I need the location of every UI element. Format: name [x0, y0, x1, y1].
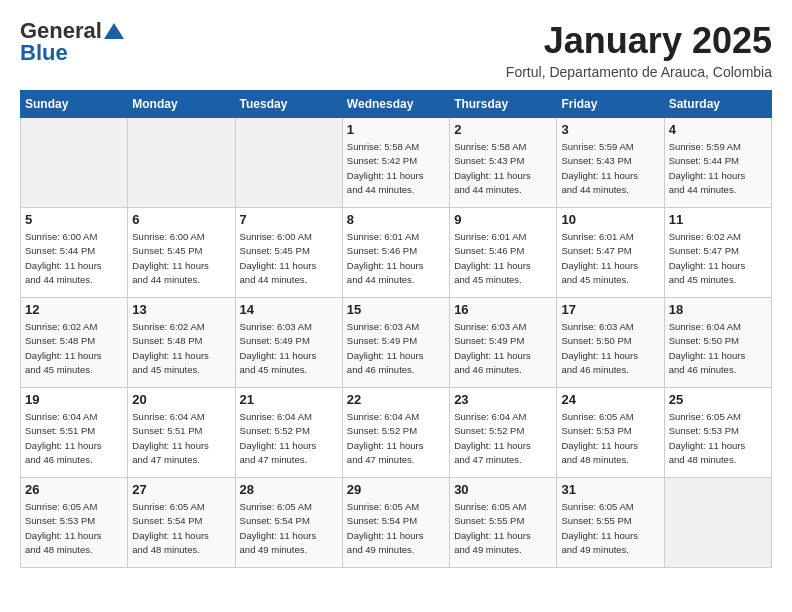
day-number: 1	[347, 122, 445, 137]
day-info: Sunrise: 6:04 AMSunset: 5:52 PMDaylight:…	[454, 410, 552, 467]
calendar-cell: 11Sunrise: 6:02 AMSunset: 5:47 PMDayligh…	[664, 208, 771, 298]
calendar-cell: 6Sunrise: 6:00 AMSunset: 5:45 PMDaylight…	[128, 208, 235, 298]
day-number: 26	[25, 482, 123, 497]
day-info: Sunrise: 6:02 AMSunset: 5:48 PMDaylight:…	[132, 320, 230, 377]
header: General Blue January 2025 Fortul, Depart…	[20, 20, 772, 80]
day-info: Sunrise: 6:04 AMSunset: 5:52 PMDaylight:…	[240, 410, 338, 467]
day-number: 23	[454, 392, 552, 407]
calendar-cell	[128, 118, 235, 208]
week-row-1: 1Sunrise: 5:58 AMSunset: 5:42 PMDaylight…	[21, 118, 772, 208]
week-row-3: 12Sunrise: 6:02 AMSunset: 5:48 PMDayligh…	[21, 298, 772, 388]
day-number: 30	[454, 482, 552, 497]
calendar-cell: 8Sunrise: 6:01 AMSunset: 5:46 PMDaylight…	[342, 208, 449, 298]
day-info: Sunrise: 6:00 AMSunset: 5:44 PMDaylight:…	[25, 230, 123, 287]
week-row-2: 5Sunrise: 6:00 AMSunset: 5:44 PMDaylight…	[21, 208, 772, 298]
logo-blue-text: Blue	[20, 42, 68, 64]
header-day-friday: Friday	[557, 91, 664, 118]
day-number: 10	[561, 212, 659, 227]
calendar-cell: 28Sunrise: 6:05 AMSunset: 5:54 PMDayligh…	[235, 478, 342, 568]
day-number: 20	[132, 392, 230, 407]
calendar-cell: 1Sunrise: 5:58 AMSunset: 5:42 PMDaylight…	[342, 118, 449, 208]
day-info: Sunrise: 6:02 AMSunset: 5:47 PMDaylight:…	[669, 230, 767, 287]
day-info: Sunrise: 6:05 AMSunset: 5:54 PMDaylight:…	[132, 500, 230, 557]
calendar-cell: 25Sunrise: 6:05 AMSunset: 5:53 PMDayligh…	[664, 388, 771, 478]
day-info: Sunrise: 6:05 AMSunset: 5:55 PMDaylight:…	[561, 500, 659, 557]
calendar-header: SundayMondayTuesdayWednesdayThursdayFrid…	[21, 91, 772, 118]
day-number: 21	[240, 392, 338, 407]
day-info: Sunrise: 5:58 AMSunset: 5:43 PMDaylight:…	[454, 140, 552, 197]
calendar-cell: 29Sunrise: 6:05 AMSunset: 5:54 PMDayligh…	[342, 478, 449, 568]
logo-general-text: General	[20, 20, 102, 42]
day-number: 2	[454, 122, 552, 137]
day-info: Sunrise: 5:59 AMSunset: 5:43 PMDaylight:…	[561, 140, 659, 197]
day-number: 13	[132, 302, 230, 317]
day-number: 7	[240, 212, 338, 227]
calendar-title: January 2025	[506, 20, 772, 62]
calendar-cell: 21Sunrise: 6:04 AMSunset: 5:52 PMDayligh…	[235, 388, 342, 478]
day-info: Sunrise: 6:02 AMSunset: 5:48 PMDaylight:…	[25, 320, 123, 377]
svg-marker-0	[104, 23, 124, 39]
day-info: Sunrise: 6:05 AMSunset: 5:54 PMDaylight:…	[240, 500, 338, 557]
day-number: 25	[669, 392, 767, 407]
calendar-cell: 26Sunrise: 6:05 AMSunset: 5:53 PMDayligh…	[21, 478, 128, 568]
day-info: Sunrise: 6:05 AMSunset: 5:53 PMDaylight:…	[25, 500, 123, 557]
day-info: Sunrise: 6:04 AMSunset: 5:51 PMDaylight:…	[25, 410, 123, 467]
day-number: 6	[132, 212, 230, 227]
header-day-sunday: Sunday	[21, 91, 128, 118]
day-number: 3	[561, 122, 659, 137]
day-info: Sunrise: 6:04 AMSunset: 5:50 PMDaylight:…	[669, 320, 767, 377]
calendar-cell: 19Sunrise: 6:04 AMSunset: 5:51 PMDayligh…	[21, 388, 128, 478]
day-number: 11	[669, 212, 767, 227]
day-info: Sunrise: 6:03 AMSunset: 5:49 PMDaylight:…	[454, 320, 552, 377]
calendar-cell: 17Sunrise: 6:03 AMSunset: 5:50 PMDayligh…	[557, 298, 664, 388]
day-number: 31	[561, 482, 659, 497]
logo-triangle-icon	[104, 21, 124, 41]
calendar-cell: 31Sunrise: 6:05 AMSunset: 5:55 PMDayligh…	[557, 478, 664, 568]
calendar-cell: 12Sunrise: 6:02 AMSunset: 5:48 PMDayligh…	[21, 298, 128, 388]
day-number: 22	[347, 392, 445, 407]
calendar-cell: 14Sunrise: 6:03 AMSunset: 5:49 PMDayligh…	[235, 298, 342, 388]
day-number: 9	[454, 212, 552, 227]
day-number: 8	[347, 212, 445, 227]
header-row: SundayMondayTuesdayWednesdayThursdayFrid…	[21, 91, 772, 118]
day-info: Sunrise: 6:05 AMSunset: 5:53 PMDaylight:…	[669, 410, 767, 467]
calendar-cell: 3Sunrise: 5:59 AMSunset: 5:43 PMDaylight…	[557, 118, 664, 208]
day-info: Sunrise: 6:00 AMSunset: 5:45 PMDaylight:…	[240, 230, 338, 287]
day-info: Sunrise: 6:01 AMSunset: 5:47 PMDaylight:…	[561, 230, 659, 287]
calendar-cell: 18Sunrise: 6:04 AMSunset: 5:50 PMDayligh…	[664, 298, 771, 388]
day-number: 15	[347, 302, 445, 317]
calendar-cell: 5Sunrise: 6:00 AMSunset: 5:44 PMDaylight…	[21, 208, 128, 298]
header-day-tuesday: Tuesday	[235, 91, 342, 118]
day-info: Sunrise: 6:05 AMSunset: 5:53 PMDaylight:…	[561, 410, 659, 467]
day-number: 28	[240, 482, 338, 497]
calendar-cell: 4Sunrise: 5:59 AMSunset: 5:44 PMDaylight…	[664, 118, 771, 208]
calendar-subtitle: Fortul, Departamento de Arauca, Colombia	[506, 64, 772, 80]
day-number: 16	[454, 302, 552, 317]
calendar-cell: 27Sunrise: 6:05 AMSunset: 5:54 PMDayligh…	[128, 478, 235, 568]
calendar-cell	[235, 118, 342, 208]
header-day-monday: Monday	[128, 91, 235, 118]
calendar-cell: 22Sunrise: 6:04 AMSunset: 5:52 PMDayligh…	[342, 388, 449, 478]
day-number: 19	[25, 392, 123, 407]
header-day-saturday: Saturday	[664, 91, 771, 118]
calendar-cell	[664, 478, 771, 568]
day-info: Sunrise: 6:04 AMSunset: 5:51 PMDaylight:…	[132, 410, 230, 467]
calendar-cell: 9Sunrise: 6:01 AMSunset: 5:46 PMDaylight…	[450, 208, 557, 298]
calendar-cell: 24Sunrise: 6:05 AMSunset: 5:53 PMDayligh…	[557, 388, 664, 478]
day-info: Sunrise: 5:58 AMSunset: 5:42 PMDaylight:…	[347, 140, 445, 197]
calendar-cell: 2Sunrise: 5:58 AMSunset: 5:43 PMDaylight…	[450, 118, 557, 208]
calendar-cell: 7Sunrise: 6:00 AMSunset: 5:45 PMDaylight…	[235, 208, 342, 298]
day-number: 24	[561, 392, 659, 407]
day-info: Sunrise: 6:03 AMSunset: 5:50 PMDaylight:…	[561, 320, 659, 377]
day-number: 17	[561, 302, 659, 317]
calendar-cell: 16Sunrise: 6:03 AMSunset: 5:49 PMDayligh…	[450, 298, 557, 388]
day-number: 5	[25, 212, 123, 227]
day-number: 29	[347, 482, 445, 497]
title-area: January 2025 Fortul, Departamento de Ara…	[506, 20, 772, 80]
calendar-cell: 20Sunrise: 6:04 AMSunset: 5:51 PMDayligh…	[128, 388, 235, 478]
calendar-cell	[21, 118, 128, 208]
day-info: Sunrise: 6:04 AMSunset: 5:52 PMDaylight:…	[347, 410, 445, 467]
logo: General Blue	[20, 20, 124, 64]
calendar-cell: 10Sunrise: 6:01 AMSunset: 5:47 PMDayligh…	[557, 208, 664, 298]
day-info: Sunrise: 6:03 AMSunset: 5:49 PMDaylight:…	[347, 320, 445, 377]
